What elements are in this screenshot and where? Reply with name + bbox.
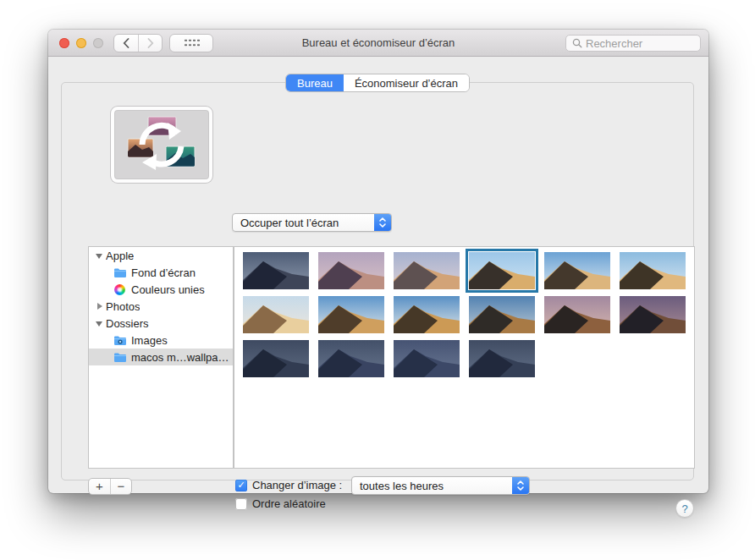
dune-image (620, 296, 686, 333)
sidebar-item-apple[interactable]: Apple (89, 247, 233, 264)
dune-image (544, 252, 610, 289)
dune-image (469, 296, 535, 333)
dune-image (469, 252, 535, 289)
wallpaper-thumbnail[interactable] (394, 340, 460, 377)
dune-image (544, 296, 610, 333)
dune-image (318, 252, 384, 289)
dune-image (243, 296, 309, 333)
tab-bureau[interactable]: Bureau (286, 74, 344, 91)
rotating-wallpapers-icon (125, 116, 198, 173)
dune-image (243, 340, 309, 377)
wallpaper-thumbnail[interactable] (469, 296, 535, 333)
remove-folder-button[interactable]: − (110, 479, 131, 494)
change-image-label: Changer d’image : (252, 479, 342, 491)
fill-mode-select[interactable]: Occuper tout l’écran (232, 213, 392, 232)
zoom-button[interactable] (93, 38, 103, 48)
disclosure-triangle-down-icon[interactable] (95, 319, 103, 327)
sidebar-item-label: Photos (106, 300, 140, 313)
search-icon (572, 38, 582, 48)
wallpaper-thumbnail[interactable] (394, 252, 460, 289)
tab-bar: Bureau Économiseur d’écran (285, 74, 470, 92)
back-button[interactable] (114, 35, 138, 52)
chevron-left-icon (123, 38, 130, 48)
dune-image (318, 340, 384, 377)
checkbox-unchecked-icon[interactable] (235, 498, 247, 510)
title-bar: Bureau et économiseur d’écran (48, 30, 708, 57)
window-controls (59, 38, 103, 48)
wallpaper-thumbnail[interactable] (243, 340, 309, 377)
wallpaper-thumbnails (234, 247, 694, 468)
sidebar-item-images[interactable]: Images (89, 332, 233, 349)
folder-icon (113, 267, 127, 278)
chevron-up-down-icon (512, 477, 529, 494)
dune-image (243, 252, 309, 289)
dune-image (394, 296, 460, 333)
help-button[interactable]: ? (675, 499, 694, 518)
disclosure-triangle-right-icon[interactable] (95, 302, 103, 310)
chevron-up-down-icon (374, 214, 391, 231)
dune-image (394, 252, 460, 289)
add-folder-button[interactable]: + (89, 479, 110, 494)
grid-icon (184, 38, 200, 48)
sidebar-item-label: Images (131, 334, 168, 347)
color-wheel-icon (113, 284, 127, 295)
system-preferences-window: Bureau et économiseur d’écran Bureau Éco… (48, 30, 708, 493)
wallpaper-thumbnail[interactable] (620, 296, 686, 333)
random-order-label: Ordre aléatoire (252, 497, 326, 510)
forward-button[interactable] (138, 35, 162, 52)
wallpaper-thumbnail[interactable] (243, 296, 309, 333)
wallpaper-thumbnail[interactable] (318, 252, 384, 289)
disclosure-triangle-down-icon[interactable] (95, 251, 103, 260)
sidebar-item-label: Couleurs unies (131, 283, 205, 296)
wallpaper-thumbnail[interactable] (318, 340, 384, 377)
search-input[interactable] (586, 37, 694, 50)
sidebar-item-couleurs-unies[interactable]: Couleurs unies (89, 281, 233, 298)
wallpaper-thumbnail[interactable] (544, 252, 610, 289)
wallpaper-preview-well (111, 107, 212, 183)
dune-image (469, 340, 535, 377)
sidebar-item-macos-wallpaper[interactable]: macos m…wallpaper (89, 349, 233, 365)
wallpaper-thumbnail[interactable] (544, 296, 610, 333)
wallpaper-thumbnail[interactable] (243, 252, 309, 289)
wallpaper-thumbnail[interactable] (318, 296, 384, 333)
source-list: Apple Fond d’écranCouleurs uniesPhotosDo… (88, 246, 234, 469)
navigation-buttons (113, 34, 163, 52)
folder-icon (113, 267, 127, 278)
sidebar-item-fond-decran[interactable]: Fond d’écran (89, 264, 233, 281)
sidebar-item-label: Fond d’écran (131, 266, 196, 279)
desktop: Bureau et économiseur d’écran Bureau Éco… (0, 0, 755, 560)
wallpaper-thumbnail-selected[interactable] (469, 252, 535, 289)
random-order-checkbox[interactable]: Ordre aléatoire (235, 497, 326, 510)
change-image-checkbox[interactable]: ✓ Changer d’image : (235, 479, 342, 491)
interval-select[interactable]: toutes les heures (351, 476, 530, 495)
folder-edit-buttons: + − (88, 478, 132, 495)
close-button[interactable] (59, 38, 69, 48)
sidebar-item-label: macos m…wallpaper (131, 351, 233, 364)
dune-image (318, 296, 384, 333)
minimize-button[interactable] (76, 38, 86, 48)
show-all-preferences-button[interactable] (169, 34, 213, 52)
sidebar-item-photos[interactable]: Photos (89, 298, 233, 315)
folder-icon (113, 352, 127, 363)
folder-icon (113, 352, 127, 363)
pictures-folder-icon (113, 335, 127, 346)
dune-image (394, 340, 460, 377)
checkbox-checked-icon[interactable]: ✓ (235, 480, 247, 491)
search-field[interactable] (565, 35, 701, 52)
chevron-right-icon (147, 38, 154, 48)
dune-image (620, 252, 686, 289)
wallpaper-thumbnail[interactable] (620, 252, 686, 289)
tab-economiseur[interactable]: Économiseur d’écran (344, 74, 469, 91)
wallpaper-thumbnail[interactable] (394, 296, 460, 333)
sidebar-item-label: Dossiers (106, 317, 149, 330)
wallpaper-grid (234, 246, 695, 469)
fill-mode-value: Occuper tout l’écran (240, 217, 367, 229)
interval-value: toutes les heures (360, 480, 505, 492)
wallpaper-thumbnail[interactable] (469, 340, 535, 377)
sidebar-item-label: Apple (106, 250, 134, 262)
preferences-pane: Bureau Économiseur d’écran (61, 82, 694, 480)
sidebar-item-dossiers[interactable]: Dossiers (89, 315, 233, 332)
folder-icon (113, 335, 127, 346)
